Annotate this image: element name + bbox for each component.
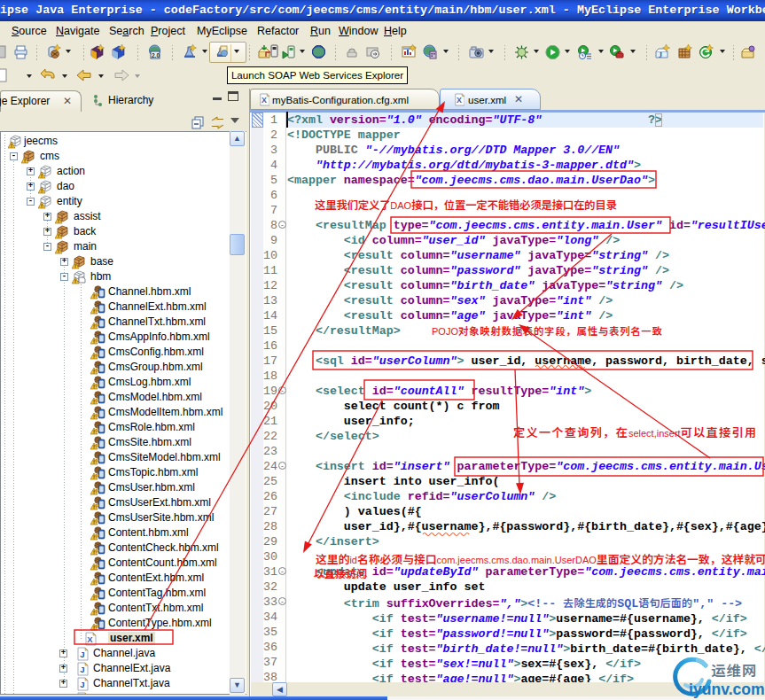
svg-text:2.0: 2.0	[152, 52, 160, 58]
svg-text:J: J	[659, 51, 662, 59]
svg-text:运维网: 运维网	[711, 659, 758, 681]
svg-text:iyunv.com: iyunv.com	[689, 681, 765, 698]
